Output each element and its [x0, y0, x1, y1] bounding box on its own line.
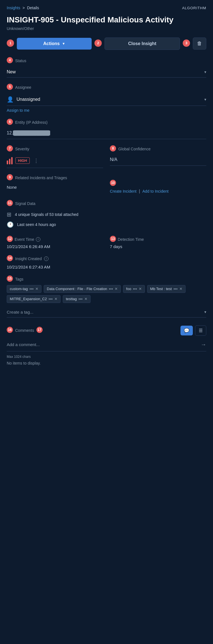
tag-remove-icon[interactable]: ✕	[84, 297, 87, 301]
algorithm-label: ALGORITHM	[182, 6, 206, 10]
create-tag-chevron-icon: ▾	[204, 310, 206, 314]
create-tag-row[interactable]: Create a tag... ▾	[7, 307, 206, 318]
breadcrumb-details: Details	[27, 6, 39, 10]
comments-header: 16 Comments 17 💬 ☰	[7, 325, 206, 336]
signal-section: 11 Signal Data ⊞ 4 unique Signals of 53 …	[7, 200, 206, 230]
status-value: New	[7, 69, 16, 74]
tags-label: Tags	[15, 277, 24, 281]
event-time-info-icon[interactable]: i	[36, 237, 40, 242]
status-section: 4 Status New ▾	[7, 58, 206, 78]
severity-menu-icon[interactable]: ⋮	[34, 158, 39, 164]
tag-dots-icon[interactable]: •••	[48, 297, 53, 301]
entity-value: 12.███████████	[7, 128, 206, 139]
tag-text: foo	[126, 287, 131, 291]
tag-text: testtag	[66, 297, 77, 301]
severity-bar-2	[9, 159, 10, 164]
related-links: Create Incident | Add to Incident	[110, 189, 206, 194]
breadcrumb: Insights > Details ALGORITHM	[7, 6, 206, 10]
severity-confidence-row: 7 Severity HIGH ⋮ 8 Global Confidence N/…	[7, 146, 206, 168]
insight-created-section: 14 Insight Created i 10/21/2024 6:27:43 …	[7, 256, 206, 269]
comment-placeholder[interactable]: Add a comment...	[7, 342, 40, 347]
tag-text: Data Component : File - File Creation	[47, 287, 107, 291]
badge-11: 11	[7, 200, 13, 206]
tag-remove-icon[interactable]: ✕	[179, 287, 182, 291]
badge-8: 8	[110, 145, 116, 151]
breadcrumb-insights-link[interactable]: Insights	[7, 6, 20, 10]
badge-5: 5	[7, 84, 13, 90]
assignee-value: Unassigned	[17, 97, 40, 102]
severity-section: 7 Severity HIGH ⋮	[7, 146, 103, 168]
close-insight-button[interactable]: Close Insight	[105, 38, 180, 50]
tag-remove-icon[interactable]: ✕	[35, 287, 38, 291]
badge-17: 17	[36, 327, 43, 333]
badge-2: 2	[94, 39, 102, 47]
badge-14: 14	[7, 255, 13, 261]
related-none: None	[7, 184, 103, 190]
tag-dots-icon[interactable]: •••	[29, 287, 34, 291]
severity-box: HIGH ⋮	[7, 155, 103, 168]
event-time-label: Event Time	[15, 237, 34, 242]
status-select[interactable]: New ▾	[7, 67, 206, 78]
comments-label: Comments	[15, 328, 34, 333]
tag-remove-icon[interactable]: ✕	[115, 287, 118, 291]
comment-submit-icon[interactable]: →	[201, 341, 206, 348]
signal-lastseen-text: Last seen 4 hours ago	[17, 222, 56, 227]
tag-remove-icon[interactable]: ✕	[54, 297, 57, 301]
signals-icon: ⊞	[7, 211, 11, 218]
severity-bar-3	[11, 157, 13, 164]
delete-button[interactable]: 🗑	[193, 38, 206, 50]
tag-dots-icon[interactable]: •••	[173, 287, 178, 291]
assign-to-me-link[interactable]: Assign to me	[7, 108, 206, 113]
tag-text: MITRE_Expansion_C2	[10, 297, 47, 301]
related-label: Related Incidents and Triages	[15, 176, 67, 180]
chat-button[interactable]: 💬	[180, 326, 193, 335]
signal-count-text: 4 unique Signals of 53 total attached	[15, 212, 78, 217]
comment-input-area: Add a comment... →	[7, 341, 206, 351]
confidence-value: N/A	[110, 155, 206, 166]
add-to-incident-link[interactable]: Add to Incident	[142, 189, 168, 193]
tag-custom-tag: custom-tag ••• ✕	[7, 285, 41, 293]
page-subtitle: Unknown/Other	[7, 26, 206, 31]
tags-section: 15 Tags custom-tag ••• ✕ Data Component …	[7, 276, 206, 318]
insight-created-info-icon[interactable]: i	[44, 256, 48, 261]
list-icon: ☰	[199, 328, 203, 333]
badge-4: 4	[7, 57, 13, 63]
event-time-value: 10/21/2024 6:26:49 AM	[7, 244, 103, 249]
severity-bar-1	[7, 160, 8, 164]
confidence-label: Global Confidence	[118, 147, 151, 151]
tag-remove-icon[interactable]: ✕	[139, 287, 142, 291]
related-left: 9 Related Incidents and Triages None	[7, 175, 103, 194]
no-items-text: No items to display.	[7, 361, 206, 365]
tag-dots-icon[interactable]: •••	[78, 297, 83, 301]
clock-icon: 🕐	[7, 221, 14, 228]
detection-time-label: Detection Time	[118, 237, 144, 242]
assignee-chevron-icon: ▾	[204, 97, 206, 102]
comment-hint: Max 1024 chars	[7, 355, 206, 359]
entity-section: 6 Entity (IP Address) 12.███████████	[7, 119, 206, 139]
confidence-section: 8 Global Confidence N/A	[110, 146, 206, 168]
severity-value: HIGH	[15, 157, 30, 164]
entity-label: Entity (IP Address)	[15, 120, 48, 125]
link-separator: |	[139, 189, 141, 193]
severity-bars	[7, 157, 13, 164]
tag-dots-icon[interactable]: •••	[109, 287, 113, 291]
time-section: 12 Event Time i 10/21/2024 6:26:49 AM 13…	[7, 236, 206, 249]
detection-time-col: 13 Detection Time 7 days	[110, 236, 206, 249]
severity-label: Severity	[15, 147, 29, 151]
insight-created-value: 10/21/2024 6:27:43 AM	[7, 265, 206, 269]
list-view-button[interactable]: ☰	[195, 325, 206, 336]
create-incident-link[interactable]: Create Incident	[110, 189, 136, 193]
signal-count-row: ⊞ 4 unique Signals of 53 total attached	[7, 209, 206, 220]
tag-dots-icon[interactable]: •••	[133, 287, 137, 291]
create-tag-placeholder: Create a tag...	[7, 310, 33, 314]
comments-section: 16 Comments 17 💬 ☰ Add a comment... → Ma…	[7, 325, 206, 365]
tag-foo: foo ••• ✕	[123, 285, 145, 293]
actions-button[interactable]: Actions ▼	[17, 38, 92, 50]
tag-data-component: Data Component : File - File Creation ••…	[44, 285, 121, 293]
ip-prefix: 12.	[7, 130, 13, 135]
user-icon: 👤	[7, 96, 14, 103]
signal-label: Signal Data	[15, 201, 35, 206]
badge-3: 3	[183, 39, 190, 47]
actions-row: 1 Actions ▼ 2 Close Insight 3 🗑	[7, 38, 206, 50]
signal-lastseen-row: 🕐 Last seen 4 hours ago	[7, 220, 206, 230]
